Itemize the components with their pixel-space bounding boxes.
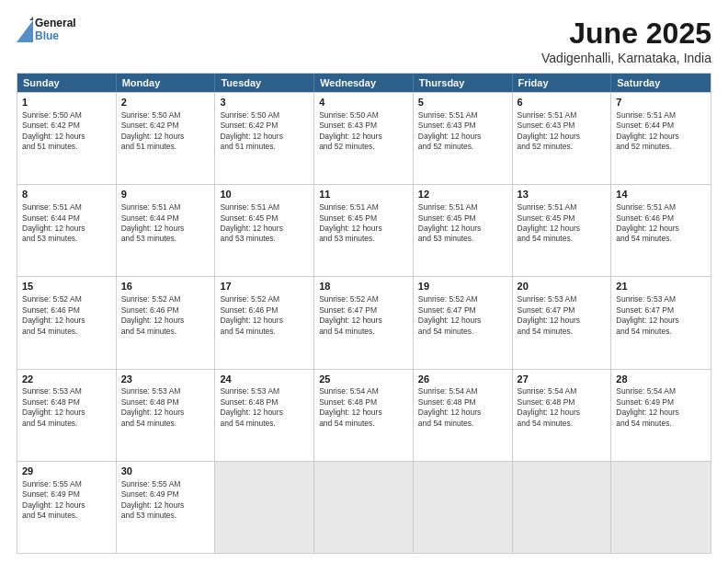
day-info-line: Sunset: 6:49 PM — [22, 489, 111, 500]
calendar-cell: 6Sunrise: 5:51 AMSunset: 6:43 PMDaylight… — [513, 93, 612, 184]
day-info-line: Daylight: 12 hours — [22, 224, 111, 234]
day-info-line: and 51 minutes. — [121, 142, 210, 152]
day-info-line: Sunrise: 5:53 AM — [220, 386, 309, 396]
header: General Blue June 2025 Vadigenhalli, Kar… — [17, 17, 711, 65]
day-info-line: Daylight: 12 hours — [319, 132, 408, 142]
day-info-line: Sunset: 6:45 PM — [319, 213, 408, 224]
day-info-line: and 54 minutes. — [319, 419, 408, 429]
header-day-tuesday: Tuesday — [215, 74, 314, 92]
day-info-line: and 54 minutes. — [121, 419, 210, 429]
day-info-line: Sunrise: 5:50 AM — [220, 110, 309, 121]
day-number: 7 — [616, 96, 706, 109]
calendar-cell: 9Sunrise: 5:51 AMSunset: 6:44 PMDaylight… — [117, 185, 216, 276]
calendar-cell: 7Sunrise: 5:51 AMSunset: 6:44 PMDaylight… — [611, 93, 711, 184]
day-info-line: Sunrise: 5:51 AM — [616, 202, 706, 213]
calendar-cell: 13Sunrise: 5:51 AMSunset: 6:45 PMDayligh… — [513, 185, 612, 276]
day-info-line: Daylight: 12 hours — [22, 500, 111, 511]
day-info-line: Daylight: 12 hours — [22, 316, 111, 326]
day-info-line: and 54 minutes. — [616, 419, 706, 429]
day-number: 17 — [220, 280, 309, 293]
logo-text-general: General — [35, 17, 76, 30]
day-info-line: Sunset: 6:47 PM — [616, 305, 706, 316]
day-info-line: Sunset: 6:42 PM — [220, 121, 309, 131]
title-block: June 2025 Vadigenhalli, Karnataka, India — [541, 17, 711, 65]
day-info-line: Daylight: 12 hours — [220, 132, 309, 142]
day-number: 1 — [22, 96, 111, 109]
day-info-line: Sunset: 6:43 PM — [418, 121, 507, 131]
day-info-line: Sunrise: 5:54 AM — [616, 386, 706, 396]
calendar-cell — [215, 462, 314, 553]
main-title: June 2025 — [541, 17, 711, 51]
calendar-cell: 11Sunrise: 5:51 AMSunset: 6:45 PMDayligh… — [314, 185, 414, 276]
calendar-cell: 10Sunrise: 5:51 AMSunset: 6:45 PMDayligh… — [215, 185, 314, 276]
day-info-line: and 54 minutes. — [319, 327, 408, 337]
day-info-line: Sunrise: 5:53 AM — [121, 386, 210, 396]
day-info-line: Sunrise: 5:55 AM — [121, 479, 210, 489]
day-info-line: and 53 minutes. — [418, 234, 507, 244]
day-info-line: Sunset: 6:46 PM — [22, 305, 111, 316]
calendar-header: SundayMondayTuesdayWednesdayThursdayFrid… — [17, 74, 711, 92]
day-info-line: Sunrise: 5:53 AM — [616, 294, 706, 304]
calendar-row-5: 29Sunrise: 5:55 AMSunset: 6:49 PMDayligh… — [17, 461, 711, 553]
day-number: 9 — [121, 188, 210, 201]
day-number: 23 — [121, 373, 210, 386]
day-info-line: Daylight: 12 hours — [319, 316, 408, 326]
day-number: 28 — [616, 373, 706, 386]
day-info-line: Sunrise: 5:52 AM — [22, 294, 111, 304]
day-info-line: and 51 minutes. — [22, 142, 111, 152]
header-day-saturday: Saturday — [611, 74, 711, 92]
day-info-line: Daylight: 12 hours — [319, 408, 408, 418]
svg-marker-0 — [17, 20, 33, 42]
day-info-line: Sunrise: 5:53 AM — [22, 386, 111, 396]
calendar-cell: 24Sunrise: 5:53 AMSunset: 6:48 PMDayligh… — [215, 370, 314, 461]
day-info-line: and 54 minutes. — [22, 327, 111, 337]
day-info-line: and 54 minutes. — [616, 327, 706, 337]
day-info-line: and 54 minutes. — [518, 234, 607, 244]
day-info-line: Sunset: 6:42 PM — [22, 121, 111, 131]
calendar-cell: 26Sunrise: 5:54 AMSunset: 6:48 PMDayligh… — [414, 370, 513, 461]
calendar-cell: 29Sunrise: 5:55 AMSunset: 6:49 PMDayligh… — [17, 462, 117, 553]
calendar-cell — [611, 462, 711, 553]
svg-marker-1 — [29, 17, 33, 20]
day-info-line: Sunrise: 5:54 AM — [418, 386, 507, 396]
calendar-cell: 23Sunrise: 5:53 AMSunset: 6:48 PMDayligh… — [117, 370, 216, 461]
day-info-line: and 54 minutes. — [518, 419, 607, 429]
day-info-line: Daylight: 12 hours — [220, 316, 309, 326]
day-info-line: Daylight: 12 hours — [616, 224, 706, 234]
day-info-line: Daylight: 12 hours — [121, 132, 210, 142]
day-info-line: Sunset: 6:48 PM — [418, 397, 507, 408]
calendar-row-1: 1Sunrise: 5:50 AMSunset: 6:42 PMDaylight… — [17, 92, 711, 184]
calendar-cell: 3Sunrise: 5:50 AMSunset: 6:42 PMDaylight… — [215, 93, 314, 184]
calendar-cell: 8Sunrise: 5:51 AMSunset: 6:44 PMDaylight… — [17, 185, 117, 276]
day-info-line: Sunset: 6:49 PM — [616, 397, 706, 408]
logo-triangle — [17, 17, 33, 44]
day-number: 11 — [319, 188, 408, 201]
day-info-line: Daylight: 12 hours — [220, 224, 309, 234]
day-info-line: and 54 minutes. — [418, 419, 507, 429]
day-info-line: Sunrise: 5:51 AM — [121, 202, 210, 213]
day-info-line: Daylight: 12 hours — [418, 316, 507, 326]
day-info-line: Sunrise: 5:51 AM — [220, 202, 309, 213]
day-info-line: and 54 minutes. — [518, 327, 607, 337]
day-info-line: and 53 minutes. — [121, 511, 210, 521]
page: General Blue June 2025 Vadigenhalli, Kar… — [0, 0, 728, 563]
day-info-line: Sunset: 6:42 PM — [121, 121, 210, 131]
day-info-line: Sunrise: 5:51 AM — [518, 110, 607, 121]
calendar-cell — [513, 462, 612, 553]
calendar-cell: 14Sunrise: 5:51 AMSunset: 6:46 PMDayligh… — [611, 185, 711, 276]
day-info-line: Sunrise: 5:51 AM — [418, 110, 507, 121]
day-info-line: and 54 minutes. — [22, 419, 111, 429]
calendar-cell: 19Sunrise: 5:52 AMSunset: 6:47 PMDayligh… — [414, 277, 513, 368]
calendar-cell: 30Sunrise: 5:55 AMSunset: 6:49 PMDayligh… — [117, 462, 216, 553]
subtitle: Vadigenhalli, Karnataka, India — [541, 51, 711, 65]
logo-text-blue: Blue — [35, 30, 76, 43]
day-info-line: and 54 minutes. — [121, 327, 210, 337]
day-info-line: Sunset: 6:44 PM — [616, 121, 706, 131]
calendar-cell: 22Sunrise: 5:53 AMSunset: 6:48 PMDayligh… — [17, 370, 117, 461]
day-info-line: and 54 minutes. — [616, 234, 706, 244]
day-number: 8 — [22, 188, 111, 201]
day-info-line: and 52 minutes. — [616, 142, 706, 152]
day-info-line: and 52 minutes. — [319, 142, 408, 152]
day-number: 25 — [319, 373, 408, 386]
day-info-line: Sunset: 6:48 PM — [22, 397, 111, 408]
